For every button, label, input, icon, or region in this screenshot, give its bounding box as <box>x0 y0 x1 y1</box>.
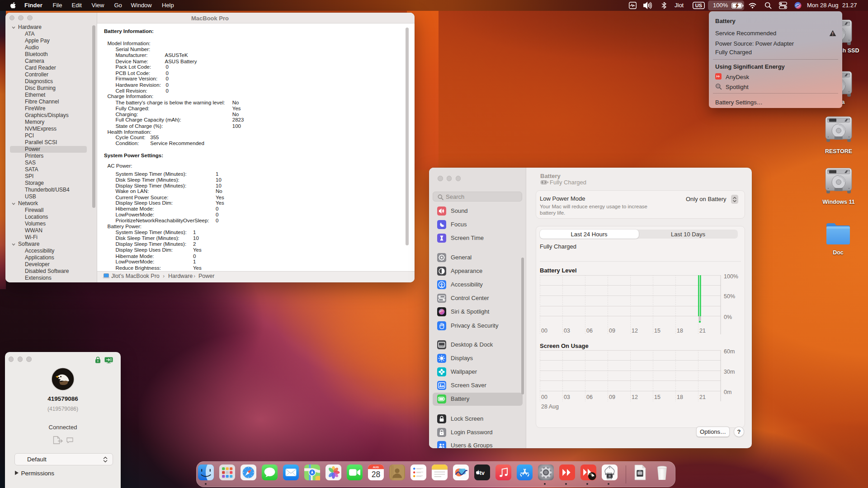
svg-text:AUG: AUG <box>373 465 379 469</box>
svg-text:28: 28 <box>372 470 380 479</box>
svg-text:tv: tv <box>480 470 485 476</box>
